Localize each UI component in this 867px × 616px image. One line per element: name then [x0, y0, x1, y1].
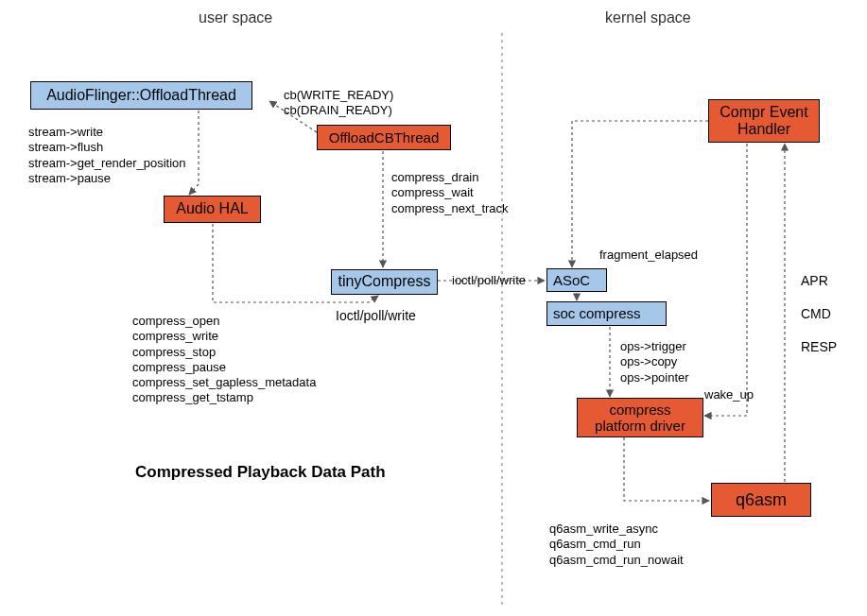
node-tinycompress: tinyCompress: [331, 269, 438, 295]
label-ops-calls: ops->trigger ops->copy ops->pointer: [620, 339, 689, 385]
label-cb-calls: cb(WRITE_READY) cb(DRAIN_READY): [284, 88, 393, 119]
label-offload-to-tiny: compress_drain compress_wait compress_ne…: [391, 170, 509, 216]
label-ioctl-right: ioctl/poll/write: [452, 273, 526, 288]
label-hal-to-tiny: compress_open compress_write compress_st…: [132, 314, 316, 406]
node-compress-platform-driver: compress platform driver: [577, 398, 703, 437]
node-audio-hal: Audio HAL: [164, 196, 261, 223]
label-wake-up: wake_up: [704, 387, 754, 402]
node-soc-compress: soc compress: [546, 301, 667, 326]
label-stream-calls: stream->write stream->flush stream->get_…: [28, 125, 186, 186]
node-audioflinger: AudioFlinger::OffloadThread: [30, 81, 252, 110]
kernel-space-heading: kernel space: [605, 9, 691, 26]
diagram-title: Compressed Playback Data Path: [135, 463, 386, 482]
label-ioctl-left: Ioctl/poll/write: [336, 308, 416, 325]
node-q6asm: q6asm: [711, 483, 811, 517]
node-offload-cb-thread: OffloadCBThread: [317, 125, 451, 150]
label-apr-cmd-resp: APR CMD RESP: [801, 273, 837, 356]
user-space-heading: user space: [199, 9, 272, 26]
node-asoc: ASoC: [546, 268, 607, 292]
node-compr-event-handler: Compr Event Handler: [708, 99, 820, 143]
label-fragment-elapsed: fragment_elapsed: [599, 248, 698, 263]
label-q6asm-calls: q6asm_write_async q6asm_cmd_run q6asm_cm…: [549, 522, 684, 568]
